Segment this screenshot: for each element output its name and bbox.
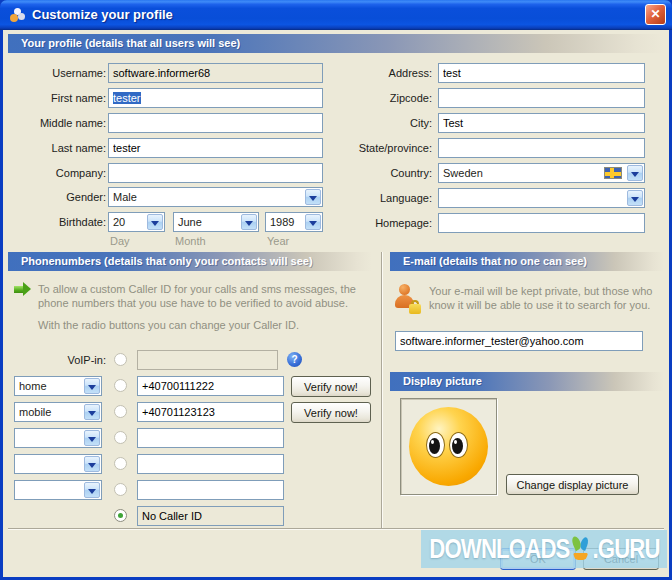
language-select[interactable] bbox=[438, 188, 645, 208]
dialog-window: Customize your profile ✕ Your profile (d… bbox=[0, 0, 672, 580]
chevron-down-icon bbox=[241, 214, 257, 230]
phone-radio-3 bbox=[114, 431, 127, 444]
no-caller-id-field: No Caller ID bbox=[137, 506, 284, 526]
homepage-label: Homepage: bbox=[332, 213, 432, 233]
phone-type-select-1[interactable]: home bbox=[14, 376, 102, 396]
language-label: Language: bbox=[332, 188, 432, 208]
username-label: Username: bbox=[11, 63, 106, 83]
chevron-down-icon bbox=[147, 214, 163, 230]
city-input[interactable] bbox=[438, 113, 645, 133]
change-display-picture-button[interactable]: Change display picture bbox=[506, 474, 639, 495]
middle-name-input[interactable] bbox=[108, 113, 323, 133]
phone-number-input-1[interactable] bbox=[137, 376, 284, 396]
username-field[interactable]: software.informer68 bbox=[108, 63, 323, 83]
address-input[interactable] bbox=[438, 63, 645, 83]
caller-id-info-text: To allow a custom Caller ID for your cal… bbox=[38, 282, 373, 310]
state-province-input[interactable] bbox=[438, 138, 645, 158]
day-caption: Day bbox=[110, 235, 130, 247]
smiley-eye bbox=[449, 432, 468, 458]
company-label: Company: bbox=[11, 163, 106, 183]
birth-month-select[interactable]: June bbox=[173, 212, 259, 232]
phone-number-input-2[interactable] bbox=[137, 402, 284, 422]
arrow-right-icon bbox=[14, 286, 23, 293]
chevron-down-icon bbox=[84, 404, 100, 420]
address-label: Address: bbox=[332, 63, 432, 83]
help-icon[interactable]: ? bbox=[287, 352, 302, 367]
no-caller-id-radio[interactable] bbox=[114, 509, 127, 522]
section-header-phonenumbers: Phonenumbers (details that only your con… bbox=[8, 252, 372, 271]
title-bar: Customize your profile ✕ bbox=[0, 0, 672, 30]
birth-year-select[interactable]: 1989 bbox=[265, 212, 323, 232]
smiley-avatar bbox=[409, 407, 488, 486]
phone-type-select-5[interactable] bbox=[14, 480, 102, 500]
year-caption: Year bbox=[267, 235, 289, 247]
country-label: Country: bbox=[332, 163, 432, 183]
phone-number-input-5[interactable] bbox=[137, 480, 284, 500]
voip-radio bbox=[114, 353, 127, 366]
selected-text: tester bbox=[113, 92, 141, 104]
last-name-label: Last name: bbox=[11, 138, 106, 158]
chevron-down-icon bbox=[84, 456, 100, 472]
section-header-profile: Your profile (details that all users wil… bbox=[8, 34, 664, 53]
phone-radio-5 bbox=[114, 483, 127, 496]
phone-radio-2 bbox=[114, 405, 127, 418]
smiley-eye bbox=[426, 432, 445, 458]
voip-in-field bbox=[137, 350, 278, 370]
close-icon: ✕ bbox=[650, 7, 660, 21]
verify-button-1[interactable]: Verify now! bbox=[291, 376, 371, 397]
chevron-down-icon bbox=[305, 189, 321, 205]
close-button[interactable]: ✕ bbox=[645, 4, 666, 25]
phone-radio-4 bbox=[114, 457, 127, 470]
chevron-down-icon bbox=[84, 482, 100, 498]
chevron-down-icon bbox=[627, 165, 643, 181]
last-name-input[interactable] bbox=[108, 138, 323, 158]
month-caption: Month bbox=[175, 235, 206, 247]
first-name-label: First name: bbox=[11, 88, 106, 108]
city-label: City: bbox=[332, 113, 432, 133]
homepage-input[interactable] bbox=[438, 213, 645, 233]
voip-in-label: VoIP-in: bbox=[11, 350, 106, 370]
user-lock-icon bbox=[395, 284, 421, 314]
phone-type-select-3[interactable] bbox=[14, 428, 102, 448]
sweden-flag-icon bbox=[604, 167, 622, 179]
phone-number-input-3[interactable] bbox=[137, 428, 284, 448]
phone-type-select-2[interactable]: mobile bbox=[14, 402, 102, 422]
email-info-text: Your e-mail will be kept private, but th… bbox=[429, 284, 665, 312]
window-title: Customize your profile bbox=[32, 0, 173, 29]
first-name-input[interactable]: tester bbox=[108, 88, 323, 108]
sprout-icon bbox=[571, 535, 591, 563]
gender-select[interactable]: Male bbox=[108, 187, 323, 207]
section-header-display-picture: Display picture bbox=[390, 372, 664, 391]
birth-day-select[interactable]: 20 bbox=[108, 212, 165, 232]
gender-label: Gender: bbox=[11, 187, 106, 207]
app-icon bbox=[9, 7, 25, 23]
email-input[interactable] bbox=[395, 331, 643, 351]
phone-radio-1 bbox=[114, 379, 127, 392]
divider-vertical bbox=[381, 252, 382, 528]
section-header-email: E-mail (details that no one can see) bbox=[390, 252, 664, 271]
chevron-down-icon bbox=[84, 378, 100, 394]
watermark: DOWNLOADS .GURU bbox=[421, 530, 667, 568]
zipcode-input[interactable] bbox=[438, 88, 645, 108]
state-province-label: State/province: bbox=[332, 138, 432, 158]
chevron-down-icon bbox=[84, 430, 100, 446]
chevron-down-icon bbox=[627, 190, 643, 206]
company-input[interactable] bbox=[108, 163, 323, 183]
radio-info-text: With the radio buttons you can change yo… bbox=[38, 318, 373, 332]
country-select[interactable]: Sweden bbox=[438, 163, 645, 183]
verify-button-2[interactable]: Verify now! bbox=[291, 402, 371, 423]
chevron-down-icon bbox=[305, 214, 321, 230]
watermark-text: DOWNLOADS .GURU bbox=[429, 534, 659, 565]
phone-type-select-4[interactable] bbox=[14, 454, 102, 474]
zipcode-label: Zipcode: bbox=[332, 88, 432, 108]
phone-number-input-4[interactable] bbox=[137, 454, 284, 474]
dialog-content: Your profile (details that all users wil… bbox=[3, 30, 669, 577]
divider-horizontal bbox=[8, 528, 664, 529]
middle-name-label: Middle name: bbox=[11, 113, 106, 133]
display-picture-frame bbox=[400, 398, 497, 495]
birthdate-label: Birthdate: bbox=[11, 212, 106, 232]
